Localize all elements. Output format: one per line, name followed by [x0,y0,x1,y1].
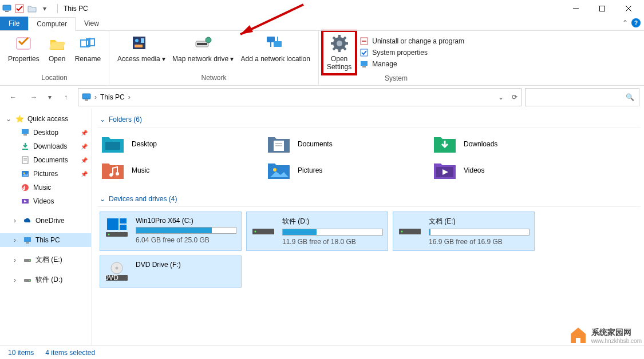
manage-icon [359,59,369,69]
tree-drive-d[interactable]: ›软件 (D:) [0,273,91,287]
refresh-icon[interactable]: ⟳ [512,93,517,101]
svg-point-52 [29,260,30,261]
folder-desktop[interactable]: Desktop [101,133,238,155]
tab-computer[interactable]: Computer [28,17,76,31]
drive-icon [398,217,422,238]
checkbox-icon[interactable] [15,4,24,13]
svg-rect-37 [82,94,90,99]
svg-rect-64 [120,218,127,224]
rename-button[interactable]: Rename [72,32,104,73]
drive-c[interactable]: Win10Pro X64 (C:)6.04 GB free of 25.0 GB [100,212,242,251]
chevron-down-icon[interactable]: ⌄ [498,93,504,101]
address-row: ← → ▾ ↑ › This PC › ⌄ ⟳ 🔍 [0,86,644,109]
usage-bar [429,229,530,236]
folder-music[interactable]: Music [101,159,238,181]
open-button[interactable]: Open [43,32,72,73]
add-network-button[interactable]: Add a network location [238,32,314,73]
svg-point-69 [255,231,256,233]
pin-icon: 📌 [81,171,88,177]
svg-rect-34 [361,49,368,56]
forward-button[interactable]: → [25,89,42,106]
search-icon: 🔍 [626,93,634,101]
drive-e[interactable]: 文档 (E:)16.9 GB free of 16.9 GB [393,212,535,251]
downloads-folder-icon [433,133,457,155]
maximize-button[interactable] [589,0,615,17]
props-icon [359,48,369,57]
system-drive-icon [105,217,129,238]
svg-rect-14 [135,45,143,47]
tree-pictures[interactable]: Pictures📌 [0,167,91,181]
svg-rect-36 [362,66,366,67]
svg-line-30 [343,37,346,39]
chevron-right-icon[interactable]: › [128,93,131,101]
svg-rect-63 [107,218,118,230]
folder-downloads[interactable]: Downloads [433,133,570,155]
tab-file[interactable]: File [0,17,28,30]
svg-point-71 [401,231,403,233]
documents-folder-icon [267,133,291,155]
chevron-up-icon[interactable]: ⌃ [622,19,628,27]
folder-videos[interactable]: Videos [433,159,570,181]
folder-icon[interactable] [27,4,37,13]
tree-videos[interactable]: Videos [0,194,91,208]
document-icon [21,155,30,165]
video-icon [21,197,30,206]
nav-tree: ⌄⭐Quick access Desktop📌 Downloads📌 Docum… [0,109,92,354]
section-drives[interactable]: ⌄Devices and drives (4) [97,192,641,207]
usage-bar [136,227,236,234]
svg-rect-18 [267,37,275,42]
drive-d[interactable]: 软件 (D:)11.9 GB free of 18.0 GB [246,212,388,251]
breadcrumb-root[interactable]: This PC [100,93,125,101]
pc-icon [2,4,11,13]
svg-line-28 [333,37,335,39]
back-button[interactable]: ← [5,89,22,106]
up-button[interactable]: ↑ [57,89,74,106]
properties-button[interactable]: Properties [5,32,43,73]
desktop-folder-icon [101,133,125,155]
svg-point-61 [273,168,276,171]
pc-icon [23,236,32,245]
videos-folder-icon [433,159,457,181]
help-icon[interactable]: ? [631,18,641,27]
music-icon [21,183,30,192]
separator [57,4,58,13]
access-media-button[interactable]: Access media ▾ [114,32,169,73]
section-folders[interactable]: ⌄Folders (6) [97,112,641,127]
tree-onedrive[interactable]: ›OneDrive [0,214,91,228]
tree-downloads[interactable]: Downloads📌 [0,139,91,153]
svg-line-29 [343,47,346,50]
drive-icon [23,256,32,265]
drive-icon [251,217,275,238]
ribbon: Properties Open Rename Location Access m… [0,31,644,86]
recent-button[interactable]: ▾ [46,89,54,106]
tree-desktop[interactable]: Desktop📌 [0,126,91,139]
open-settings-button[interactable]: OpenSettings [323,32,355,73]
tree-music[interactable]: Music [0,181,91,194]
drive-f[interactable]: DVD DVD Drive (F:) [100,256,242,288]
manage-link[interactable]: Manage [359,59,464,69]
tree-documents[interactable]: Documents📌 [0,153,91,167]
map-drive-button[interactable]: Map network drive ▾ [169,32,237,73]
dropdown-icon[interactable]: ▾ [40,4,49,13]
system-props-link[interactable]: System properties [359,48,464,57]
svg-point-73 [116,267,118,270]
address-bar[interactable]: › This PC › ⌄ ⟳ [78,88,521,106]
folder-pictures[interactable]: Pictures [267,159,404,181]
chevron-down-icon: ⌄ [100,195,105,203]
svg-rect-50 [26,242,29,244]
ribbon-tabs: File Computer View ⌃ ? [0,17,644,31]
close-button[interactable] [615,0,642,17]
minimize-button[interactable] [563,0,589,17]
tree-quick-access[interactable]: ⌄⭐Quick access [0,112,91,126]
tab-view[interactable]: View [76,17,108,30]
usage-bar [282,229,383,236]
folder-documents[interactable]: Documents [267,133,404,155]
svg-rect-16 [197,43,207,45]
uninstall-link[interactable]: Uninstall or change a program [359,37,464,46]
tree-thispc[interactable]: ›This PC [0,233,91,247]
tree-drive-e[interactable]: ›文档 (E:) [0,253,91,267]
search-box[interactable]: 🔍 [525,88,639,106]
svg-rect-13 [141,38,144,43]
chevron-right-icon[interactable]: › [94,93,97,101]
svg-rect-40 [23,134,27,135]
